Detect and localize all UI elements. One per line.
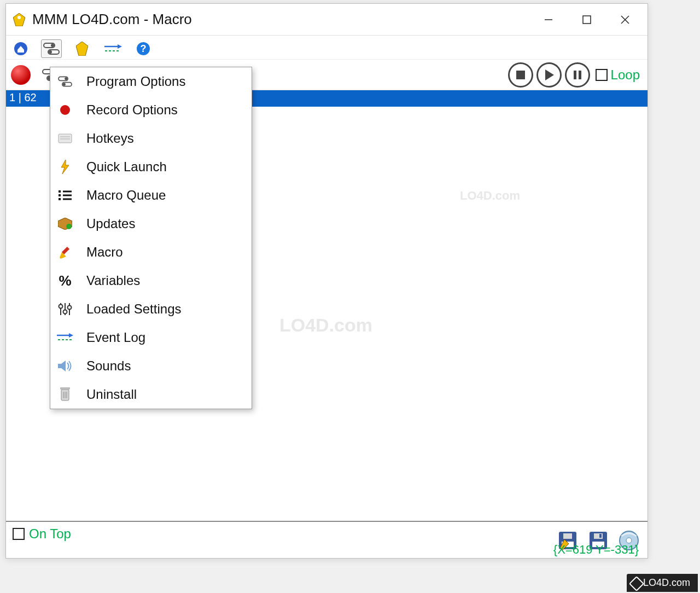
svg-point-50 xyxy=(59,305,63,309)
ontop-toggle[interactable]: On Top xyxy=(13,526,71,542)
app-window: MMM LO4D.com - Macro ? xyxy=(5,3,648,559)
menu-label: Program Options xyxy=(86,74,185,89)
svg-rect-38 xyxy=(59,194,61,196)
window-controls xyxy=(529,7,644,33)
media-controls xyxy=(508,62,590,88)
menu-updates[interactable]: Updates xyxy=(50,210,252,238)
menu-label: Sounds xyxy=(86,358,131,374)
menu-label: Macro Queue xyxy=(86,188,166,203)
menu-macro[interactable]: Macro xyxy=(50,238,252,266)
settings-toggles-icon[interactable] xyxy=(41,39,62,58)
menu-hotkeys[interactable]: Hotkeys xyxy=(50,124,252,153)
menu-label: Updates xyxy=(86,216,135,231)
ontop-checkbox[interactable] xyxy=(13,528,25,540)
package-icon xyxy=(56,218,74,230)
menu-label: Uninstall xyxy=(86,387,137,402)
svg-point-29 xyxy=(65,77,67,80)
shield-icon[interactable] xyxy=(72,39,92,58)
loop-checkbox[interactable] xyxy=(596,69,608,81)
svg-rect-39 xyxy=(59,198,61,200)
svg-marker-25 xyxy=(545,69,554,80)
menu-macro-queue[interactable]: Macro Queue xyxy=(50,181,252,210)
menu-variables[interactable]: % Variables xyxy=(50,266,252,295)
svg-rect-26 xyxy=(574,71,576,79)
watermark: LO4D.com xyxy=(460,189,520,203)
menu-label: Record Options xyxy=(86,102,178,118)
record-icon xyxy=(56,104,74,116)
loop-label: Loop xyxy=(611,67,640,83)
watermark: LO4D.com xyxy=(279,315,372,336)
svg-point-44 xyxy=(66,224,72,229)
svg-rect-33 xyxy=(59,134,72,143)
toggles-icon xyxy=(56,75,74,88)
menu-label: Loaded Settings xyxy=(86,301,181,317)
maximize-button[interactable] xyxy=(568,7,606,33)
svg-rect-37 xyxy=(59,190,61,193)
svg-rect-61 xyxy=(60,387,70,389)
menu-record-options[interactable]: Record Options xyxy=(50,96,252,124)
svg-point-31 xyxy=(63,83,66,86)
menu-label: Quick Launch xyxy=(86,159,167,175)
pencil-icon xyxy=(56,246,74,259)
svg-point-10 xyxy=(49,50,52,54)
menu-program-options[interactable]: Program Options xyxy=(50,67,252,96)
svg-marker-0 xyxy=(13,13,25,26)
speaker-icon xyxy=(56,360,74,372)
svg-point-52 xyxy=(68,306,72,310)
svg-marker-36 xyxy=(61,160,69,174)
percent-icon: % xyxy=(56,272,74,289)
svg-rect-67 xyxy=(563,533,572,539)
site-watermark: LO4D.com xyxy=(627,574,698,592)
bottom-bar: On Top xyxy=(6,521,648,558)
titlebar: MMM LO4D.com - Macro xyxy=(6,4,648,36)
menu-label: Event Log xyxy=(86,330,145,345)
lightning-icon xyxy=(56,160,74,174)
arrow-log-icon xyxy=(56,333,74,342)
svg-rect-46 xyxy=(62,247,69,254)
pause-button[interactable] xyxy=(565,62,590,88)
svg-text:?: ? xyxy=(141,43,147,54)
svg-rect-24 xyxy=(516,71,525,79)
menu-label: Macro xyxy=(86,245,123,260)
menu-event-log[interactable]: Event Log xyxy=(50,323,252,352)
list-icon xyxy=(56,190,74,201)
svg-rect-27 xyxy=(579,71,581,79)
settings-dropdown: Program Options Record Options Hotkeys Q… xyxy=(50,67,252,409)
toolbar-primary: ? xyxy=(6,36,648,60)
stop-button[interactable] xyxy=(508,62,533,88)
arrow-log-icon[interactable] xyxy=(102,39,123,58)
app-icon xyxy=(13,13,26,26)
coordinates-status: {X=619 Y=-331} xyxy=(553,543,639,557)
svg-rect-3 xyxy=(583,16,591,24)
svg-point-32 xyxy=(60,105,70,115)
window-title: MMM LO4D.com - Macro xyxy=(32,11,529,28)
svg-marker-59 xyxy=(58,361,66,371)
play-button[interactable] xyxy=(536,62,562,88)
menu-label: Variables xyxy=(86,273,140,288)
svg-point-1 xyxy=(18,16,21,19)
svg-marker-13 xyxy=(118,44,122,49)
svg-marker-11 xyxy=(76,42,88,56)
menu-uninstall[interactable]: Uninstall xyxy=(50,380,252,409)
home-icon[interactable] xyxy=(10,39,31,58)
svg-marker-54 xyxy=(69,333,73,338)
svg-rect-72 xyxy=(599,534,602,538)
keyboard-icon xyxy=(56,133,74,143)
close-button[interactable] xyxy=(606,7,644,33)
menu-label: Hotkeys xyxy=(86,131,134,146)
trash-icon xyxy=(56,387,74,402)
menu-sounds[interactable]: Sounds xyxy=(50,352,252,380)
sliders-icon xyxy=(56,302,74,316)
menu-quick-launch[interactable]: Quick Launch xyxy=(50,153,252,181)
menu-loaded-settings[interactable]: Loaded Settings xyxy=(50,295,252,323)
svg-point-51 xyxy=(63,310,67,314)
loop-toggle[interactable]: Loop xyxy=(596,67,640,83)
svg-point-8 xyxy=(51,44,54,47)
ontop-label: On Top xyxy=(29,526,71,542)
record-button[interactable] xyxy=(10,66,31,84)
help-icon[interactable]: ? xyxy=(133,39,154,58)
minimize-button[interactable] xyxy=(529,7,568,33)
